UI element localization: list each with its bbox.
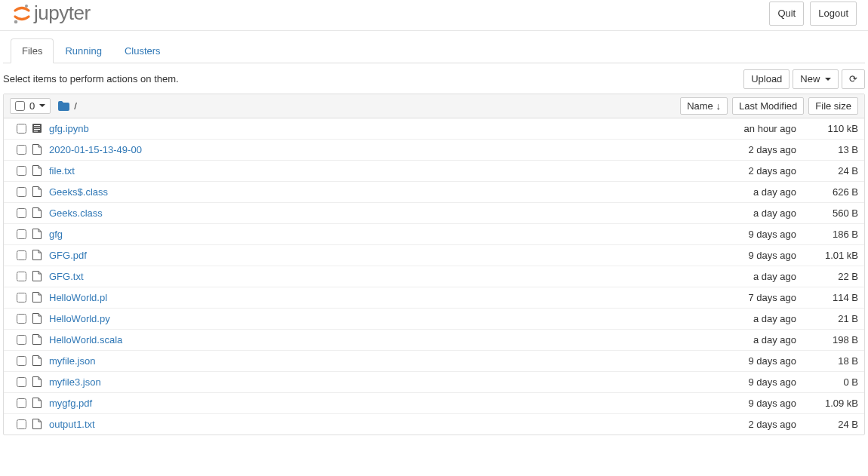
file-icon (32, 419, 46, 429)
arrow-down-icon: ↓ (716, 100, 721, 112)
new-button-label: New (800, 73, 820, 84)
row-checkbox-cell (10, 314, 32, 324)
refresh-icon: ⟳ (849, 73, 857, 84)
caret-down-icon (825, 78, 831, 81)
row-checkbox-cell (10, 398, 32, 408)
file-size: 186 B (804, 229, 858, 240)
file-modified: 2 days ago (721, 144, 796, 155)
file-size: 1.01 kB (804, 250, 858, 261)
row-checkbox-cell (10, 335, 32, 345)
tab-clusters[interactable]: Clusters (113, 38, 172, 63)
sort-name-label: Name (687, 100, 713, 112)
file-modified: an hour ago (721, 123, 796, 134)
upload-button[interactable]: Upload (743, 69, 790, 89)
file-name-link[interactable]: HelloWorld.pl (49, 292, 107, 303)
toolbar-buttons: Upload New ⟳ (743, 69, 865, 89)
row-checkbox[interactable] (17, 419, 26, 429)
row-checkbox[interactable] (17, 272, 26, 281)
file-row: gfg.ipynban hour ago110 kB (4, 118, 864, 140)
file-size: 22 B (804, 271, 858, 282)
svg-rect-5 (34, 131, 38, 132)
file-name-link[interactable]: 2020-01-15-13-49-00 (49, 144, 142, 155)
file-icon (32, 229, 46, 239)
logo[interactable]: jupyter (11, 2, 91, 25)
file-row: HelloWorld.pl7 days ago114 B (4, 287, 864, 309)
row-checkbox[interactable] (17, 398, 26, 408)
row-checkbox-cell (10, 356, 32, 366)
row-checkbox[interactable] (17, 229, 26, 239)
file-size: 560 B (804, 207, 858, 219)
row-checkbox-cell (10, 377, 32, 387)
file-size: 0 B (804, 376, 858, 388)
svg-rect-3 (34, 127, 40, 128)
tabs: Files Running Clusters (3, 38, 865, 63)
row-checkbox[interactable] (17, 187, 26, 197)
row-checkbox[interactable] (17, 250, 26, 260)
file-modified: 7 days ago (721, 292, 796, 303)
row-checkbox-cell (10, 272, 32, 281)
row-checkbox[interactable] (17, 314, 26, 324)
row-checkbox-cell (10, 250, 32, 260)
file-rows: gfg.ipynban hour ago110 kB2020-01-15-13-… (4, 118, 864, 435)
file-size: 110 kB (804, 123, 858, 134)
quit-button[interactable]: Quit (769, 2, 804, 26)
logout-button[interactable]: Logout (810, 2, 857, 26)
row-checkbox[interactable] (17, 145, 26, 155)
file-icon (32, 355, 46, 366)
file-icon (32, 144, 46, 155)
file-name-link[interactable]: HelloWorld.scala (49, 334, 122, 345)
sort-size-button[interactable]: File size (808, 97, 858, 115)
hint-text: Select items to perform actions on them. (3, 73, 179, 84)
file-name-link[interactable]: mygfg.pdf (49, 398, 92, 409)
file-row: file.txt2 days ago24 B (4, 161, 864, 182)
file-name-link[interactable]: GFG.pdf (49, 250, 87, 261)
folder-icon[interactable] (58, 101, 69, 111)
file-name-link[interactable]: output1.txt (49, 419, 95, 430)
file-modified: 9 days ago (721, 398, 796, 409)
file-size: 18 B (804, 355, 858, 367)
new-button[interactable]: New (793, 69, 839, 89)
file-name-link[interactable]: gfg.ipynb (49, 123, 89, 134)
file-name-link[interactable]: myfile3.json (49, 376, 101, 388)
file-size: 13 B (804, 144, 858, 155)
row-checkbox[interactable] (17, 124, 26, 134)
select-all-group[interactable]: 0 (10, 98, 51, 114)
row-checkbox[interactable] (17, 335, 26, 345)
row-checkbox-cell (10, 419, 32, 429)
file-icon (32, 207, 46, 218)
file-icon (32, 186, 46, 197)
file-name-link[interactable]: Geeks$.class (49, 186, 108, 198)
file-row: Geeks$.classa day ago626 B (4, 182, 864, 203)
chevron-down-icon (39, 104, 45, 107)
row-checkbox[interactable] (17, 166, 26, 176)
select-all-checkbox[interactable] (15, 101, 25, 111)
file-modified: a day ago (721, 271, 796, 282)
row-checkbox[interactable] (17, 377, 26, 387)
file-modified: a day ago (721, 186, 796, 198)
row-checkbox[interactable] (17, 356, 26, 366)
file-size: 24 B (804, 165, 858, 177)
row-checkbox-cell (10, 293, 32, 302)
sort-name-button[interactable]: Name ↓ (680, 97, 728, 115)
file-size: 21 B (804, 313, 858, 324)
tab-files[interactable]: Files (11, 38, 54, 63)
tabs-container: Files Running Clusters (0, 38, 868, 63)
sort-modified-button[interactable]: Last Modified (732, 97, 804, 115)
file-name-link[interactable]: file.txt (49, 165, 75, 177)
file-name-link[interactable]: myfile.json (49, 355, 95, 367)
svg-rect-2 (34, 125, 40, 126)
file-icon (32, 292, 46, 302)
file-name-link[interactable]: GFG.txt (49, 271, 84, 282)
breadcrumb-root[interactable]: / (74, 100, 77, 112)
row-checkbox-cell (10, 124, 32, 134)
file-name-link[interactable]: gfg (49, 229, 63, 240)
file-name-link[interactable]: Geeks.class (49, 207, 103, 219)
file-row: HelloWorld.pya day ago21 B (4, 309, 864, 330)
refresh-button[interactable]: ⟳ (842, 69, 865, 89)
file-modified: 2 days ago (721, 165, 796, 177)
row-checkbox[interactable] (17, 208, 26, 218)
row-checkbox[interactable] (17, 293, 26, 302)
file-name-link[interactable]: HelloWorld.py (49, 313, 110, 324)
tab-running[interactable]: Running (54, 38, 112, 63)
file-row: mygfg.pdf9 days ago1.09 kB (4, 393, 864, 414)
